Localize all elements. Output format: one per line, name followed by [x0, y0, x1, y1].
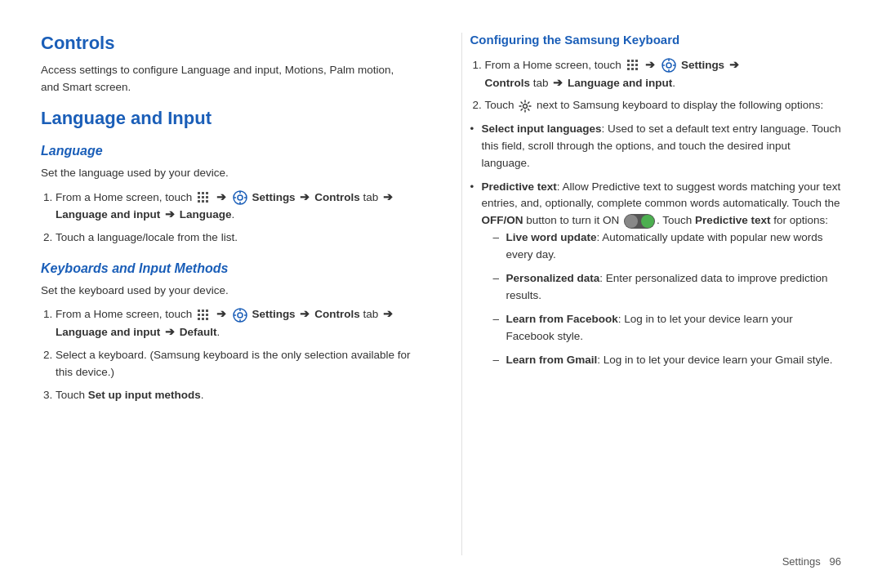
svg-rect-2 — [206, 192, 208, 194]
learn-from-facebook: Learn from Facebook: Log in to let your … — [493, 311, 842, 345]
svg-rect-30 — [627, 60, 630, 62]
page-number: 96 — [830, 555, 841, 568]
arrow9: ➔ — [645, 56, 655, 74]
svg-rect-17 — [206, 310, 208, 312]
footer-settings-label: Settings — [782, 555, 821, 568]
kbd-tab-text: tab — [363, 308, 381, 320]
kbd-controls-label: Controls — [314, 308, 360, 320]
lang-controls-label: Controls — [314, 191, 360, 203]
controls-title: Controls — [41, 33, 412, 54]
keyboards-step-3: Touch Set up input methods. — [56, 386, 412, 404]
option-select-input-languages: Select input languages: Used to set a de… — [470, 121, 842, 172]
arrow5: ➔ — [216, 305, 226, 323]
lang-tab-text: tab — [363, 191, 381, 203]
left-column: Controls Access settings to configure La… — [41, 33, 429, 555]
svg-rect-6 — [198, 200, 200, 203]
predictive-options-list: Live word update: Automatically update w… — [493, 229, 842, 368]
lang-settings-label: Settings — [252, 191, 298, 203]
options-list: Select input languages: Used to set a de… — [470, 121, 842, 369]
language-input-title: Language and Input — [41, 108, 412, 129]
lang-language-input-label: Language and input — [56, 208, 163, 220]
svg-rect-4 — [202, 196, 204, 198]
toggle-on-part — [641, 215, 654, 228]
cfg-settings-label: Settings — [681, 59, 728, 71]
language-step-2: Touch a language/locale from the list. — [56, 229, 412, 247]
arrow6: ➔ — [300, 305, 310, 323]
grid-icon-2 — [196, 308, 211, 323]
offon-label: OFF/ON — [482, 214, 523, 226]
svg-rect-37 — [631, 68, 634, 70]
gear-icon — [518, 99, 532, 114]
config-step-1: From a Home screen, touch ➔ — [485, 56, 842, 91]
live-word-label: Live word update — [506, 231, 597, 243]
kbd-step1-text: From a Home screen, touch — [56, 308, 195, 320]
svg-point-45 — [523, 104, 528, 108]
svg-rect-33 — [627, 64, 630, 66]
svg-point-40 — [666, 63, 671, 68]
svg-rect-0 — [198, 192, 200, 194]
svg-rect-38 — [635, 68, 638, 70]
svg-rect-35 — [635, 64, 638, 66]
svg-rect-19 — [202, 314, 204, 316]
kbd-default-label: Default — [180, 326, 217, 338]
svg-rect-16 — [202, 310, 204, 312]
lang-step1-text: From a Home screen, touch — [56, 191, 195, 203]
keyboards-steps: From a Home screen, touch ➔ — [56, 305, 412, 403]
arrow3: ➔ — [383, 189, 393, 207]
settings-circle-icon — [232, 189, 248, 206]
svg-rect-21 — [198, 318, 200, 320]
learn-facebook-label: Learn from Facebook — [506, 313, 618, 325]
learn-from-gmail: Learn from Gmail: Log in to let your dev… — [493, 352, 842, 369]
predictive-text-link[interactable]: Predictive text — [695, 214, 770, 226]
arrow10: ➔ — [729, 56, 739, 74]
learn-gmail-label: Learn from Gmail — [506, 354, 598, 366]
language-steps: From a Home screen, touch ➔ — [56, 189, 412, 247]
config-steps: From a Home screen, touch ➔ — [485, 56, 842, 114]
svg-rect-5 — [206, 196, 208, 198]
right-column: Configuring the Samsung Keyboard From a … — [461, 33, 842, 555]
arrow2: ➔ — [300, 189, 310, 207]
cfg-tab-label: tab — [533, 77, 552, 89]
svg-rect-7 — [202, 200, 204, 203]
svg-rect-8 — [206, 200, 208, 203]
svg-rect-34 — [631, 64, 634, 66]
svg-rect-18 — [198, 314, 200, 316]
language-subsection: Language — [41, 144, 412, 158]
arrow4: ➔ — [165, 206, 175, 224]
lang-language-label: Language — [180, 208, 232, 220]
keyboards-subsection: Keyboards and Input Methods — [41, 261, 412, 276]
grid-icon-3 — [626, 58, 640, 73]
config-title: Configuring the Samsung Keyboard — [470, 33, 842, 47]
personalized-data: Personalized data: Enter personalized da… — [493, 270, 842, 305]
language-step-1: From a Home screen, touch ➔ — [56, 189, 412, 224]
toggle-switch[interactable] — [624, 214, 655, 229]
svg-rect-3 — [198, 196, 200, 198]
option-predictive-text: Predictive text: Allow Predictive text t… — [470, 179, 842, 369]
select-input-label: Select input languages — [482, 122, 602, 135]
arrow1: ➔ — [216, 189, 226, 207]
controls-desc: Access settings to configure Language an… — [41, 62, 412, 96]
kbd-language-input-label: Language and input — [56, 326, 163, 338]
svg-rect-15 — [198, 310, 200, 312]
svg-rect-20 — [206, 314, 208, 316]
settings-circle-icon-3 — [661, 57, 677, 74]
arrow8: ➔ — [165, 323, 175, 341]
svg-point-25 — [238, 313, 243, 318]
svg-rect-23 — [206, 318, 208, 320]
cfg-controls-label: Controls — [485, 77, 531, 89]
svg-rect-32 — [635, 60, 638, 62]
predictive-text-label: Predictive text — [482, 180, 557, 193]
settings-circle-icon-2 — [232, 307, 248, 323]
cfg-lang-input-label: Language and input — [568, 77, 672, 89]
svg-point-10 — [238, 195, 243, 200]
grid-icon — [196, 190, 211, 205]
config-step-2: Touch next to Samsung keyboard to displa… — [485, 96, 842, 114]
arrow11: ➔ — [553, 74, 563, 92]
personalized-data-label: Personalized data — [506, 272, 600, 284]
language-desc: Set the language used by your device. — [41, 165, 412, 182]
page-footer: Settings 96 — [782, 555, 841, 568]
setup-input-methods-label: Set up input methods — [88, 389, 201, 401]
keyboards-step-2: Select a keyboard. (Samsung keyboard is … — [56, 346, 412, 381]
keyboards-desc: Set the keyboard used by your device. — [41, 283, 412, 300]
kbd-settings-label: Settings — [252, 308, 298, 320]
